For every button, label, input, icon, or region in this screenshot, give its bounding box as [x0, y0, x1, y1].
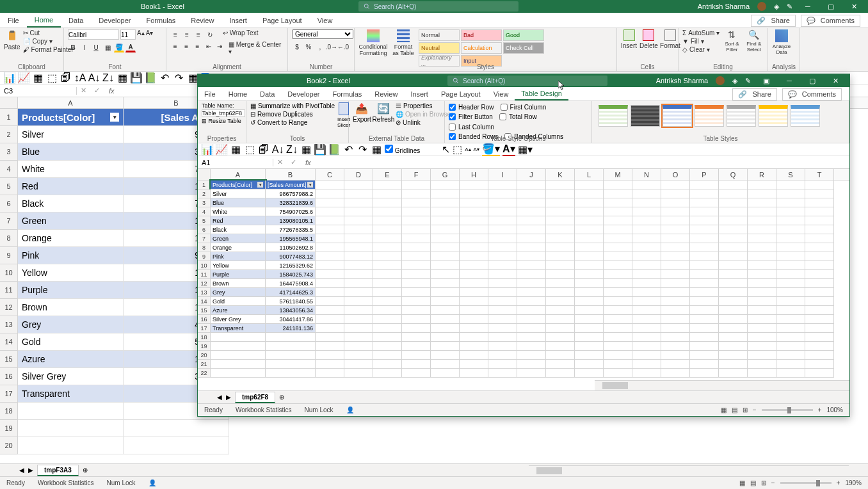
- qat-icon[interactable]: Z↓: [102, 72, 114, 84]
- cell[interactable]: [748, 225, 776, 234]
- cell[interactable]: Blue: [18, 143, 124, 161]
- cell[interactable]: [748, 324, 776, 333]
- cell[interactable]: [517, 315, 546, 324]
- cell[interactable]: Yellow: [211, 261, 266, 270]
- qat-icon[interactable]: 📈: [18, 72, 29, 84]
- unlink-btn[interactable]: ⊘ Unlink: [396, 119, 453, 126]
- cell[interactable]: [805, 252, 834, 261]
- clear-btn[interactable]: ◇ Clear ▾: [682, 46, 719, 53]
- align-center[interactable]: ≡: [181, 41, 191, 51]
- cell[interactable]: [546, 207, 575, 216]
- cell[interactable]: [344, 315, 373, 324]
- cell[interactable]: [344, 342, 373, 351]
- cell[interactable]: [748, 270, 776, 279]
- cell[interactable]: [517, 279, 546, 288]
- cell[interactable]: [402, 360, 431, 369]
- select-all-corner[interactable]: [198, 169, 211, 180]
- align-right[interactable]: ≡: [193, 41, 202, 51]
- cell[interactable]: [690, 306, 719, 315]
- cell[interactable]: [488, 297, 517, 306]
- cell[interactable]: [748, 360, 776, 369]
- table-header[interactable]: Products[Color]▾: [211, 180, 266, 189]
- row-num[interactable]: 20: [198, 351, 211, 360]
- cell[interactable]: [661, 351, 690, 360]
- cell[interactable]: [431, 243, 460, 252]
- cell[interactable]: [546, 261, 575, 270]
- cell[interactable]: [805, 288, 834, 297]
- row-num[interactable]: 18: [198, 333, 211, 342]
- export-btn[interactable]: 📤Export: [353, 102, 371, 123]
- row-num[interactable]: 17: [0, 385, 18, 403]
- cell[interactable]: [431, 180, 460, 189]
- cell[interactable]: [517, 333, 546, 342]
- cell[interactable]: [517, 324, 546, 333]
- cell[interactable]: [632, 243, 661, 252]
- cell[interactable]: [488, 225, 517, 234]
- qat-icon[interactable]: ▦▾: [518, 143, 533, 156]
- cell[interactable]: Transparent: [18, 385, 124, 403]
- cell[interactable]: [776, 342, 805, 351]
- cell[interactable]: [546, 234, 575, 243]
- cell[interactable]: 110502692.8: [266, 243, 316, 252]
- cell[interactable]: [690, 333, 719, 342]
- cell[interactable]: [316, 369, 344, 378]
- row-num[interactable]: 5: [0, 178, 18, 195]
- indent-inc[interactable]: ⇥: [215, 41, 225, 51]
- cell[interactable]: [575, 342, 604, 351]
- tab-data[interactable]: Data: [253, 87, 281, 100]
- share-btn[interactable]: 🔗 Share: [732, 88, 776, 100]
- cell[interactable]: [546, 351, 575, 360]
- cell[interactable]: [805, 198, 834, 207]
- header-row-check[interactable]: Header Row: [449, 104, 494, 111]
- style-calculation[interactable]: Calculation: [461, 42, 502, 54]
- cell[interactable]: [776, 324, 805, 333]
- col-A[interactable]: A: [211, 169, 266, 180]
- cell[interactable]: [805, 189, 834, 198]
- cell[interactable]: [604, 306, 632, 315]
- cell[interactable]: [316, 189, 344, 198]
- cell[interactable]: [316, 252, 344, 261]
- row-num[interactable]: 10: [0, 264, 18, 282]
- share-btn[interactable]: 🔗 Share: [751, 15, 795, 27]
- cell[interactable]: [575, 351, 604, 360]
- cell[interactable]: [719, 252, 748, 261]
- cond-format-btn[interactable]: Conditional Formatting: [358, 29, 388, 56]
- cell[interactable]: [431, 252, 460, 261]
- cell[interactable]: [316, 324, 344, 333]
- col-D[interactable]: D: [344, 169, 373, 180]
- cell[interactable]: [575, 369, 604, 378]
- cell[interactable]: [719, 243, 748, 252]
- new-sheet-icon[interactable]: ⊕: [279, 394, 284, 401]
- col-R[interactable]: R: [748, 169, 776, 180]
- cell[interactable]: [402, 306, 431, 315]
- cell[interactable]: [604, 297, 632, 306]
- sheet-tab[interactable]: tmpF3A3: [37, 465, 79, 476]
- cell[interactable]: [316, 360, 344, 369]
- cell[interactable]: [632, 342, 661, 351]
- cell[interactable]: [776, 198, 805, 207]
- cell[interactable]: 241181.136: [266, 324, 316, 333]
- qat-icon[interactable]: ▦: [230, 144, 241, 156]
- cell[interactable]: Brown: [18, 299, 124, 316]
- cancel-icon[interactable]: ✕: [77, 86, 90, 95]
- view-break-icon[interactable]: ⊞: [761, 479, 766, 486]
- cell[interactable]: [373, 234, 402, 243]
- cell[interactable]: [748, 207, 776, 216]
- cell[interactable]: [748, 369, 776, 378]
- cell[interactable]: [604, 369, 632, 378]
- zoom-slider[interactable]: [762, 409, 813, 411]
- cell[interactable]: 12165329.62: [266, 261, 316, 270]
- cell[interactable]: 754907025.6: [266, 207, 316, 216]
- status-wb-stats[interactable]: Workbook Statistics: [236, 406, 292, 413]
- cell[interactable]: [719, 288, 748, 297]
- tab-view[interactable]: View: [487, 87, 515, 100]
- cell[interactable]: [488, 198, 517, 207]
- qat-icon[interactable]: ▦: [117, 72, 128, 84]
- cell[interactable]: [805, 342, 834, 351]
- cell[interactable]: [719, 270, 748, 279]
- cell[interactable]: 195565948.1: [266, 234, 316, 243]
- cell[interactable]: [776, 333, 805, 342]
- cell[interactable]: [431, 216, 460, 225]
- row-num[interactable]: 22: [198, 369, 211, 378]
- cell[interactable]: [402, 297, 431, 306]
